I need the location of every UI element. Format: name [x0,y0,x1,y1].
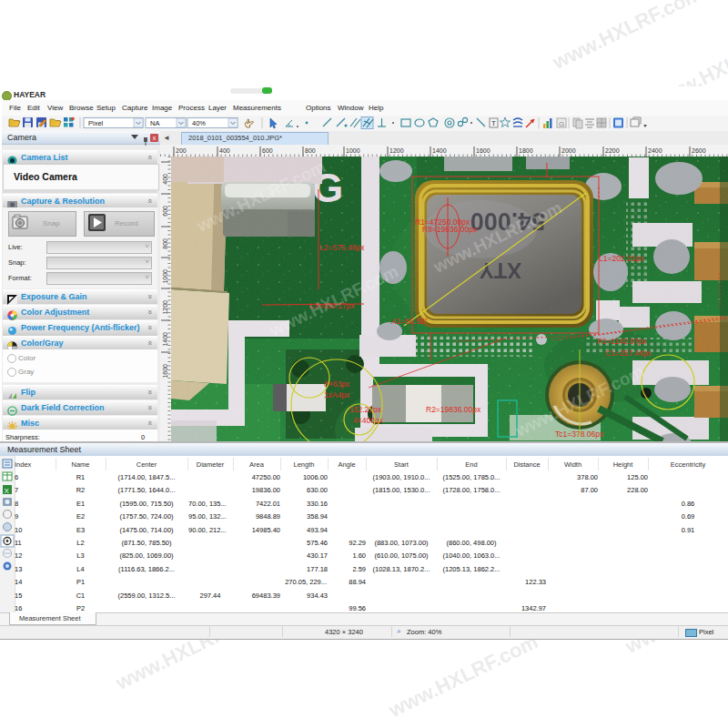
svg-text:1000: 1000 [346,147,360,154]
svg-text:1200: 1200 [389,147,404,154]
svg-text:400: 400 [219,147,230,154]
svg-text:2000: 2000 [561,147,576,154]
svg-text:200: 200 [176,147,187,154]
svg-text:400: 400 [162,174,168,185]
svg-text:800: 800 [305,147,316,154]
svg-text:40%: 40% [192,119,206,127]
svg-text:1600: 1600 [476,147,490,154]
svg-text:600: 600 [262,147,273,154]
svg-text:1800: 1800 [519,147,533,154]
svg-text:2400: 2400 [648,147,662,154]
svg-text:X: X [5,487,10,495]
svg-text:Pixel: Pixel [88,119,104,127]
svg-text:800: 800 [162,238,168,249]
svg-text:T: T [491,119,496,127]
svg-text:1000: 1000 [162,269,168,284]
svg-text:NA: NA [150,119,159,127]
svg-text:2200: 2200 [605,147,620,154]
svg-text:1400: 1400 [432,147,447,154]
svg-text:600: 600 [162,206,168,217]
svg-text:2600: 2600 [692,147,706,154]
svg-text:1600: 1600 [162,364,168,379]
svg-text:G: G [559,120,564,128]
svg-text:1400: 1400 [162,332,168,347]
svg-text:1200: 1200 [162,300,168,315]
